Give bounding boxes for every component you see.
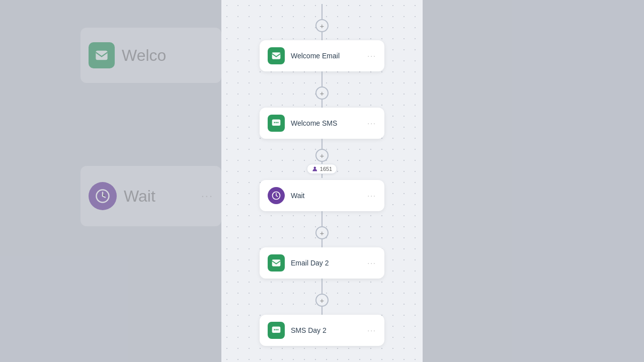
wait-label: Wait [291,192,304,200]
email-day2-menu[interactable]: ··· [367,259,376,267]
bg-email-icon [89,42,115,68]
sms-day2-icon [268,322,285,339]
sms-day2-label: SMS Day 2 [291,326,327,334]
bg-clock-icon [89,182,117,210]
svg-point-13 [277,329,279,331]
connector-2 [321,71,323,86]
sms-day2-menu[interactable]: ··· [367,326,376,334]
bg-card-top-left: Welco [80,28,221,83]
connector-5 [321,279,323,294]
flow-canvas: + Welcome Email ··· + [221,0,423,362]
connector-2b [321,100,323,108]
bg-card-bottom-left: Wait ··· [80,166,221,226]
connector-badge-area: 1651 [321,162,323,178]
step-card-welcome-sms[interactable]: Welcome SMS ··· [260,108,384,139]
wait-menu[interactable]: ··· [367,192,376,200]
clock-icon [268,187,285,204]
step-card-sms-day-2[interactable]: SMS Day 2 ··· [260,315,384,346]
connector-5b [321,307,323,315]
connector-3a [321,139,323,149]
svg-point-4 [274,122,275,124]
svg-point-12 [276,329,277,331]
welcome-sms-label: Welcome SMS [291,119,337,127]
welcome-email-label: Welcome Email [291,52,340,60]
add-step-button-3[interactable]: + [315,149,329,162]
step-card-left: Welcome Email [268,47,340,64]
email-icon [268,47,285,64]
connector-top [321,4,323,19]
svg-point-5 [276,122,277,124]
bg-right [423,0,644,362]
welcome-email-menu[interactable]: ··· [367,52,376,60]
svg-rect-0 [96,51,107,60]
audience-badge: 1651 [307,164,337,174]
step-card-welcome-email[interactable]: Welcome Email ··· [260,40,384,71]
add-step-button-5[interactable]: + [315,294,329,307]
bg-dots: ··· [201,190,213,203]
connector-1a [321,32,323,40]
svg-point-6 [277,122,279,124]
connector-4b [321,239,323,247]
svg-point-7 [314,167,316,169]
add-step-button-2[interactable]: + [315,86,329,100]
svg-rect-9 [272,259,281,266]
email-day2-label: Email Day 2 [291,259,329,267]
connector-4 [321,211,323,226]
step-card-wait[interactable]: Wait ··· [260,180,384,211]
svg-point-11 [274,329,275,331]
welcome-sms-menu[interactable]: ··· [367,119,376,127]
flow-container: + Welcome Email ··· + [221,0,423,346]
add-step-button-4[interactable]: + [315,226,329,239]
audience-count: 1651 [320,166,332,172]
step-card-email-day-2[interactable]: Email Day 2 ··· [260,247,384,279]
bg-card-bottom-label: Wait [124,187,155,206]
email-day2-icon [268,254,285,272]
sms-icon-1 [268,115,285,132]
bg-card-top-label: Welco [122,46,166,65]
svg-rect-2 [272,52,281,59]
add-step-button-1[interactable]: + [315,19,329,32]
